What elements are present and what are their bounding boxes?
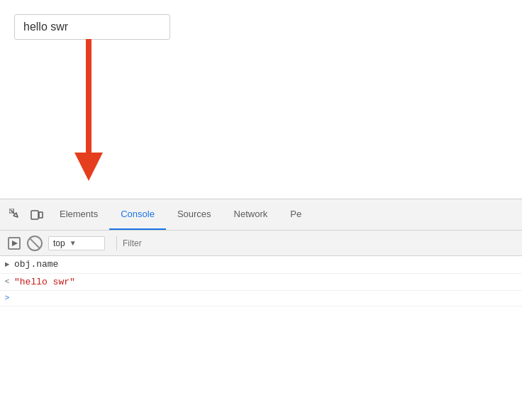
devtools-panel: Elements Console Sources Network Pe	[0, 199, 522, 420]
console-input-row[interactable]: >	[0, 291, 522, 306]
annotation-arrow	[71, 39, 106, 188]
tab-console[interactable]: Console	[109, 199, 166, 230]
expand-arrow[interactable]: ►	[0, 259, 14, 271]
inspect-element-icon[interactable]	[6, 205, 26, 225]
tab-network[interactable]: Network	[223, 199, 279, 230]
devtools-tabs: Elements Console Sources Network Pe	[48, 199, 516, 230]
separator	[116, 236, 117, 250]
console-row: < "hello swr"	[0, 274, 522, 292]
console-bar: top ▼	[0, 231, 522, 256]
svg-rect-3	[31, 211, 38, 219]
tab-elements[interactable]: Elements	[48, 199, 109, 230]
prompt-arrow: >	[0, 292, 14, 304]
svg-marker-1	[74, 153, 103, 181]
svg-rect-4	[39, 212, 43, 218]
context-selector[interactable]: top ▼	[48, 236, 105, 250]
page-area	[0, 0, 522, 199]
console-result: "hello swr"	[14, 275, 516, 289]
svg-marker-6	[12, 241, 18, 246]
tab-sources[interactable]: Sources	[166, 199, 223, 230]
console-row: ► obj.name	[0, 256, 522, 274]
device-toolbar-icon[interactable]	[27, 205, 47, 225]
console-expression: obj.name	[14, 258, 516, 272]
filter-input[interactable]	[123, 238, 516, 248]
console-output: ► obj.name < "hello swr" >	[0, 256, 522, 420]
hello-swr-input[interactable]	[14, 14, 170, 40]
context-dropdown-arrow: ▼	[70, 239, 77, 247]
frame-icon[interactable]	[6, 235, 23, 252]
context-value: top	[53, 238, 65, 248]
return-arrow: <	[0, 276, 14, 288]
tab-performance[interactable]: Pe	[279, 199, 313, 230]
devtools-toolbar: Elements Console Sources Network Pe	[0, 199, 522, 231]
clear-console-icon[interactable]	[27, 236, 43, 251]
